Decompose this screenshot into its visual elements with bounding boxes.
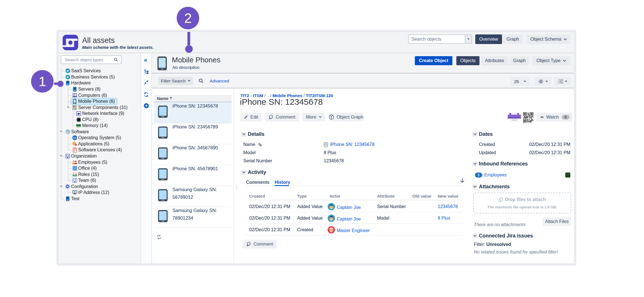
svg-text:os: os <box>73 137 76 139</box>
